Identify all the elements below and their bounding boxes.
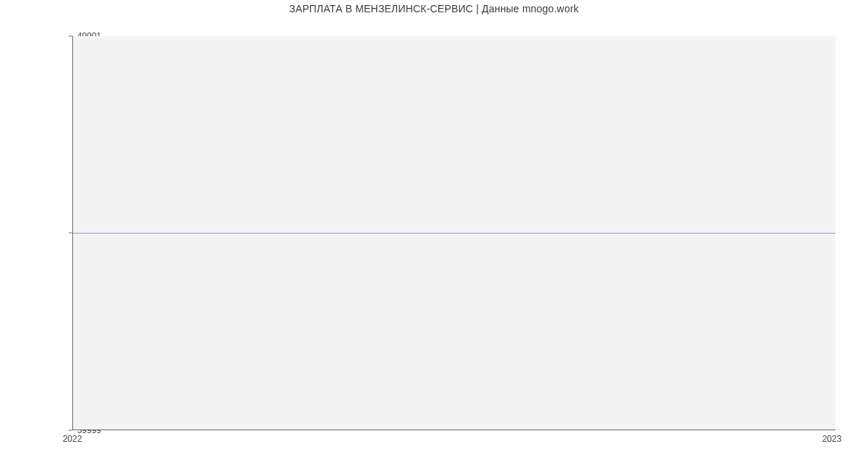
plot-area: [72, 36, 835, 430]
salary-chart: ЗАРПЛАТА В МЕНЗЕЛИНСК-СЕРВИС | Данные mn…: [0, 0, 868, 470]
series-line-salary: [73, 233, 835, 234]
x-tick-label: 2022: [63, 434, 82, 444]
x-tick-label: 2023: [822, 434, 842, 444]
chart-title: ЗАРПЛАТА В МЕНЗЕЛИНСК-СЕРВИС | Данные mn…: [0, 0, 868, 14]
